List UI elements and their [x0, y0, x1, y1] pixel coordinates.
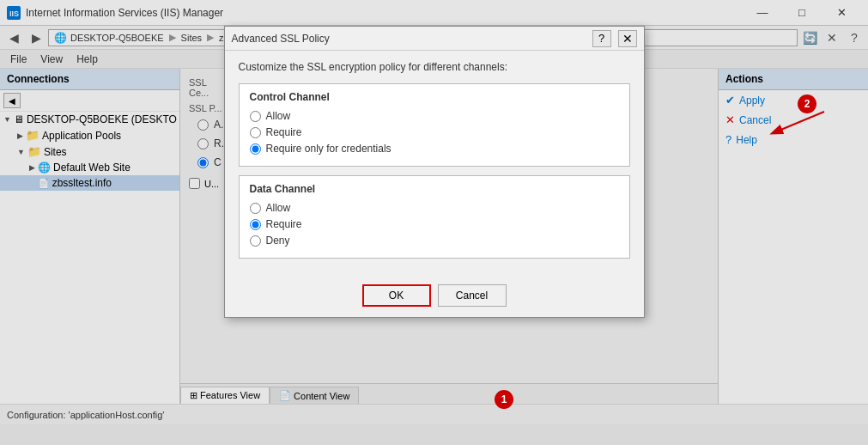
data-channel-title: Data Channel: [250, 183, 619, 195]
data-deny-item[interactable]: Deny: [250, 235, 619, 247]
control-require-label: Require: [266, 126, 302, 138]
control-credentials-item[interactable]: Require only for credentials: [250, 143, 619, 155]
control-channel-group: Control Channel Allow Require Require on…: [239, 83, 630, 167]
data-deny-label: Deny: [266, 235, 290, 247]
control-require-radio[interactable]: [250, 127, 261, 138]
modal-overlay: Advanced SSL Policy ? ✕ Customize the SS…: [0, 0, 868, 445]
control-credentials-radio[interactable]: [250, 143, 261, 155]
data-require-item[interactable]: Require: [250, 218, 619, 230]
modal-title: Advanced SSL Policy: [232, 33, 586, 45]
data-allow-item[interactable]: Allow: [250, 202, 619, 214]
data-require-radio[interactable]: [250, 219, 261, 230]
data-allow-label: Allow: [266, 202, 291, 214]
control-allow-radio[interactable]: [250, 111, 261, 122]
step-2-badge: 2: [798, 94, 816, 113]
data-deny-radio[interactable]: [250, 235, 261, 247]
step-1-badge: 1: [495, 390, 513, 409]
control-allow-item[interactable]: Allow: [250, 110, 619, 122]
modal-description: Customize the SSL encryption policy for …: [239, 61, 630, 73]
modal-footer: OK Cancel: [225, 277, 644, 317]
modal-close-button[interactable]: ✕: [618, 30, 637, 47]
modal-cancel-button[interactable]: Cancel: [438, 284, 507, 307]
control-channel-title: Control Channel: [250, 91, 619, 103]
modal-help-button[interactable]: ?: [592, 30, 611, 47]
data-channel-group: Data Channel Allow Require Deny: [239, 175, 630, 259]
modal-title-bar: Advanced SSL Policy ? ✕: [225, 27, 644, 51]
control-allow-label: Allow: [266, 110, 291, 122]
data-allow-radio[interactable]: [250, 203, 261, 214]
data-require-label: Require: [266, 218, 302, 230]
modal-ok-button[interactable]: OK: [362, 284, 431, 307]
control-require-item[interactable]: Require: [250, 126, 619, 138]
modal-dialog: Advanced SSL Policy ? ✕ Customize the SS…: [224, 26, 645, 318]
control-credentials-label: Require only for credentials: [266, 143, 392, 155]
modal-body: Customize the SSL encryption policy for …: [225, 51, 644, 277]
